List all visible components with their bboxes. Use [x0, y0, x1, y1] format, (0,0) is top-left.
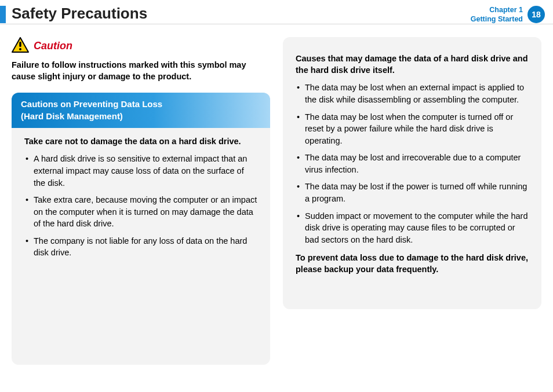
- warning-icon: [12, 37, 29, 55]
- right-panel-body: Causes that may damage the data of a har…: [283, 45, 541, 275]
- list-item: The company is not liable for any loss o…: [24, 235, 257, 259]
- right-column: Causes that may damage the data of a har…: [283, 37, 541, 365]
- chapter-line1: Chapter 1: [471, 6, 523, 15]
- chapter-label: Chapter 1 Getting Started: [471, 6, 523, 24]
- list-item: The data may be lost when the computer i…: [296, 111, 529, 147]
- left-panel-header-l2: (Hard Disk Management): [21, 111, 261, 122]
- page-title: Safety Precautions: [12, 5, 471, 23]
- left-panel-body: Take care not to damage the data on a ha…: [12, 128, 270, 259]
- list-item: The data may be lost and irrecoverable d…: [296, 152, 529, 175]
- list-item: A hard disk drive is so sensitive to ext…: [24, 153, 257, 189]
- caution-heading: Caution: [12, 37, 270, 55]
- svg-point-2: [19, 48, 21, 50]
- page-header: Safety Precautions Chapter 1 Getting Sta…: [0, 0, 553, 24]
- svg-rect-1: [19, 42, 21, 47]
- list-item: The data may be lost if the power is tur…: [296, 181, 529, 204]
- list-item: The data may be lost when an external im…: [296, 82, 529, 105]
- list-item: Take extra care, because moving the comp…: [24, 194, 257, 230]
- caution-body: Failure to follow instructions marked wi…: [12, 60, 270, 82]
- right-bullet-list: The data may be lost when an external im…: [296, 82, 529, 246]
- left-panel-header-l1: Cautions on Preventing Data Loss: [21, 98, 261, 110]
- left-subhead: Take care not to damage the data on a ha…: [24, 136, 257, 148]
- left-panel-header: Cautions on Preventing Data Loss (Hard D…: [12, 93, 270, 128]
- caution-label: Caution: [34, 40, 72, 52]
- right-subhead: Causes that may damage the data of a har…: [296, 53, 529, 76]
- left-bullet-list: A hard disk drive is so sensitive to ext…: [24, 153, 257, 259]
- content-area: Caution Failure to follow instructions m…: [0, 24, 553, 376]
- closing-note: To prevent data loss due to damage to th…: [296, 252, 529, 275]
- chapter-line2: Getting Started: [471, 15, 523, 24]
- left-column: Caution Failure to follow instructions m…: [12, 37, 270, 365]
- left-panel: Cautions on Preventing Data Loss (Hard D…: [12, 93, 270, 365]
- list-item: Sudden impact or movement to the compute…: [296, 210, 529, 246]
- page-number-badge: 18: [527, 6, 545, 23]
- header-accent: [0, 6, 6, 23]
- right-panel: Causes that may damage the data of a har…: [283, 37, 541, 309]
